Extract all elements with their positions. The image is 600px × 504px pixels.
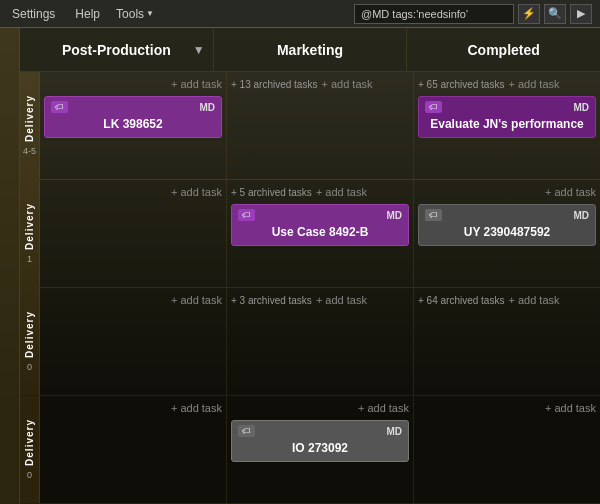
tools-chevron-icon: ▼ — [146, 9, 154, 18]
column-headers: Post-Production ▼ Marketing Completed — [20, 28, 600, 72]
add-task-2-post[interactable]: + add task — [44, 184, 222, 200]
archived-link-2-marketing[interactable]: + 5 archived tasks — [231, 187, 312, 198]
col-header-arrow-post-production[interactable]: ▼ — [193, 43, 205, 57]
cell-2-post-production: + add task — [40, 180, 227, 287]
lane-num-3: 0 — [27, 362, 32, 372]
task-card-uy2390487592[interactable]: 🏷 MD UY 2390487592 — [418, 204, 596, 246]
col-header-label-completed: Completed — [468, 42, 540, 58]
tag-icon-evaluate-jn: 🏷 — [429, 102, 438, 112]
task-md-io273092: MD — [386, 426, 402, 437]
swimlane-4: Delivery 0 + add task + add task 🏷 MD — [20, 396, 600, 504]
task-tag-io273092: 🏷 — [238, 425, 255, 437]
task-md-evaluate-jn: MD — [573, 102, 589, 113]
task-card-lk398652[interactable]: 🏷 MD LK 398652 — [44, 96, 222, 138]
swimlane-3: Delivery 0 + add task + 3 archived tasks… — [20, 288, 600, 396]
cell-2-marketing: + 5 archived tasks + add task 🏷 MD Use C… — [227, 180, 414, 287]
tag-icon-usecase8492b: 🏷 — [242, 210, 251, 220]
lane-label-1: Delivery — [24, 95, 35, 142]
archived-link-1-completed[interactable]: + 65 archived tasks — [418, 79, 504, 90]
help-menu[interactable]: Help — [71, 5, 104, 23]
tag-icon-lk398652: 🏷 — [55, 102, 64, 112]
menubar: Settings Help Tools ▼ ⚡ 🔍 ▶ — [0, 0, 600, 28]
filter-button[interactable]: ⚡ — [518, 4, 540, 24]
col-header-label-post-production: Post-Production — [62, 42, 171, 58]
col-header-marketing: Marketing — [214, 28, 408, 71]
add-task-3-marketing[interactable]: + add task — [316, 292, 367, 308]
cell-3-post-production: + add task — [40, 288, 227, 395]
lane-num-4: 0 — [27, 470, 32, 480]
archived-link-3-marketing[interactable]: + 3 archived tasks — [231, 295, 312, 306]
lane-num-1: 4-5 — [23, 146, 36, 156]
search-input[interactable] — [354, 4, 514, 24]
add-task-3-completed[interactable]: + add task — [508, 292, 559, 308]
task-tag-lk398652: 🏷 — [51, 101, 68, 113]
tag-icon-uy2390487592: 🏷 — [429, 210, 438, 220]
lane-label-4: Delivery — [24, 419, 35, 466]
task-md-uy2390487592: MD — [573, 210, 589, 221]
lane-divider-1: Delivery 4-5 — [20, 72, 40, 179]
task-title-evaluate-jn: Evaluate JN's performance — [425, 115, 589, 133]
task-tag-usecase8492b: 🏷 — [238, 209, 255, 221]
cell-1-post-production: + add task 🏷 MD LK 398652 — [40, 72, 227, 179]
cell-1-completed: + 65 archived tasks + add task 🏷 MD Eval… — [414, 72, 600, 179]
col-header-label-marketing: Marketing — [277, 42, 343, 58]
cell-3-marketing: + 3 archived tasks + add task — [227, 288, 414, 395]
cell-2-completed: + add task 🏷 MD UY 2390487592 — [414, 180, 600, 287]
archived-link-3-completed[interactable]: + 64 archived tasks — [418, 295, 504, 306]
add-task-1-marketing[interactable]: + add task — [321, 76, 372, 92]
task-md-usecase8492b: MD — [386, 210, 402, 221]
add-task-4-marketing[interactable]: + add task — [231, 400, 409, 416]
add-task-1-post[interactable]: + add task — [44, 76, 222, 92]
lane-divider-2: Delivery 1 — [20, 180, 40, 287]
cell-4-post-production: + add task — [40, 396, 227, 503]
add-task-3-post[interactable]: + add task — [44, 292, 222, 308]
tag-icon-io273092: 🏷 — [242, 426, 251, 436]
task-card-evaluate-jn[interactable]: 🏷 MD Evaluate JN's performance — [418, 96, 596, 138]
task-title-lk398652: LK 398652 — [51, 115, 215, 133]
search-area: ⚡ 🔍 ▶ — [354, 4, 592, 24]
task-card-usecase8492b[interactable]: 🏷 MD Use Case 8492-B — [231, 204, 409, 246]
lane-divider-4: Delivery 0 — [20, 396, 40, 503]
search-button[interactable]: 🔍 — [544, 4, 566, 24]
col-header-post-production: Post-Production ▼ — [20, 28, 214, 71]
swimlane-1: Delivery 4-5 + add task 🏷 MD LK — [20, 72, 600, 180]
task-title-usecase8492b: Use Case 8492-B — [238, 223, 402, 241]
archived-link-1-marketing[interactable]: + 13 archived tasks — [231, 79, 317, 90]
settings-menu[interactable]: Settings — [8, 5, 59, 23]
cell-3-completed: + 64 archived tasks + add task — [414, 288, 600, 395]
board: Post-Production ▼ Marketing Completed De… — [0, 28, 600, 504]
expand-button[interactable]: ▶ — [570, 4, 592, 24]
add-task-1-completed[interactable]: + add task — [508, 76, 559, 92]
swimlane-2: Delivery 1 + add task + 5 archived tasks… — [20, 180, 600, 288]
swimlanes: Delivery 4-5 + add task 🏷 MD LK — [20, 72, 600, 504]
add-task-2-marketing[interactable]: + add task — [316, 184, 367, 200]
add-task-2-completed[interactable]: + add task — [418, 184, 596, 200]
task-tag-evaluate-jn: 🏷 — [425, 101, 442, 113]
tools-menu[interactable]: Tools ▼ — [116, 7, 154, 21]
task-title-io273092: IO 273092 — [238, 439, 402, 457]
task-title-uy2390487592: UY 2390487592 — [425, 223, 589, 241]
cell-1-marketing: + 13 archived tasks + add task — [227, 72, 414, 179]
col-header-completed: Completed — [407, 28, 600, 71]
cell-4-marketing: + add task 🏷 MD IO 273092 — [227, 396, 414, 503]
task-md-lk398652: MD — [199, 102, 215, 113]
lane-num-2: 1 — [27, 254, 32, 264]
task-card-io273092[interactable]: 🏷 MD IO 273092 — [231, 420, 409, 462]
lane-label-3: Delivery — [24, 311, 35, 358]
add-task-4-completed[interactable]: + add task — [418, 400, 596, 416]
lane-divider-3: Delivery 0 — [20, 288, 40, 395]
lane-label-2: Delivery — [24, 203, 35, 250]
task-tag-uy2390487592: 🏷 — [425, 209, 442, 221]
cell-4-completed: + add task — [414, 396, 600, 503]
add-task-4-post[interactable]: + add task — [44, 400, 222, 416]
